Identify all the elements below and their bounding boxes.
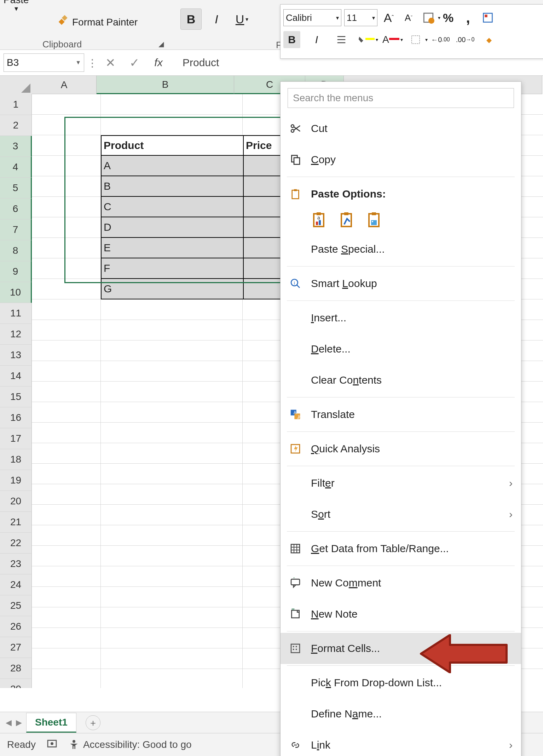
menu-item-paste-options[interactable]: Paste Options:	[281, 178, 521, 210]
cell[interactable]	[32, 402, 101, 423]
cell[interactable]	[101, 484, 243, 505]
menu-item-clear-contents[interactable]: Clear Contents	[281, 365, 521, 396]
bold-button[interactable]: B	[180, 8, 202, 30]
enter-formula-button[interactable]: ✓	[124, 56, 145, 70]
cell[interactable]: B	[101, 176, 244, 197]
cell[interactable]	[101, 464, 243, 484]
cell[interactable]	[32, 587, 101, 607]
menu-item-delete[interactable]: Delete...	[281, 333, 521, 365]
menu-item-smart-lookup[interactable]: iSmart Lookup	[281, 268, 521, 299]
menu-item-define-name[interactable]: Define Name...	[281, 698, 521, 729]
cell[interactable]: D	[101, 217, 244, 238]
cell[interactable]	[101, 382, 243, 402]
column-header[interactable]: A	[32, 76, 97, 94]
cell[interactable]	[101, 340, 243, 361]
decrease-decimal-button[interactable]: ←0.00	[432, 31, 449, 48]
row-header[interactable]: 26	[0, 616, 32, 637]
menu-item-link[interactable]: Link›	[281, 729, 521, 756]
cell[interactable]	[32, 361, 101, 382]
row-header[interactable]: 28	[0, 658, 32, 679]
cell[interactable]	[32, 443, 101, 464]
cell[interactable]	[32, 258, 101, 279]
menu-item-translate[interactable]: AあTranslate	[281, 399, 521, 430]
cell[interactable]	[32, 115, 101, 135]
menu-search-input[interactable]: Search the menus	[288, 88, 514, 108]
cell[interactable]	[32, 299, 101, 320]
row-header[interactable]: 21	[0, 512, 32, 533]
cell[interactable]	[32, 546, 101, 566]
cell[interactable]	[32, 484, 101, 505]
row-header[interactable]: 7	[0, 219, 32, 240]
mini-italic-button[interactable]: I	[308, 31, 325, 48]
row-header[interactable]: 17	[0, 428, 32, 449]
row-header[interactable]: 11	[0, 303, 32, 324]
cell[interactable]	[32, 423, 101, 443]
cell[interactable]	[101, 320, 243, 340]
insert-function-button[interactable]: fx	[148, 57, 169, 69]
cell[interactable]	[101, 525, 243, 546]
cell[interactable]	[101, 361, 243, 382]
cell[interactable]	[101, 94, 243, 115]
column-header[interactable]: B	[97, 76, 234, 94]
cell[interactable]	[32, 628, 101, 648]
cell[interactable]	[101, 115, 243, 135]
row-header[interactable]: 24	[0, 574, 32, 595]
menu-item-new-note[interactable]: +New Note	[281, 598, 521, 630]
row-header[interactable]: 20	[0, 491, 32, 512]
paste-button[interactable]: Paste ▾	[4, 0, 29, 13]
dialog-launcher-icon[interactable]: ◢	[158, 40, 164, 48]
font-name-select[interactable]: Calibri▾	[283, 9, 341, 26]
row-header[interactable]: 23	[0, 554, 32, 574]
mini-bold-button[interactable]: B	[283, 31, 300, 48]
cell[interactable]	[32, 156, 101, 176]
italic-button[interactable]: I	[206, 8, 227, 30]
cell[interactable]	[101, 299, 243, 320]
cell[interactable]	[101, 423, 243, 443]
menu-item-new-comment[interactable]: +New Comment	[281, 567, 521, 598]
row-header[interactable]: 18	[0, 449, 32, 470]
cell[interactable]: E	[101, 238, 244, 258]
cell[interactable]	[32, 607, 101, 628]
row-header[interactable]: 27	[0, 637, 32, 658]
increase-decimal-button[interactable]: .00→0	[457, 31, 474, 48]
cell[interactable]	[32, 566, 101, 587]
row-header[interactable]: 15	[0, 386, 32, 407]
row-header[interactable]: 14	[0, 366, 32, 386]
menu-item-insert[interactable]: Insert...	[281, 302, 521, 333]
row-header[interactable]: 12	[0, 324, 32, 345]
cell[interactable]	[101, 648, 243, 669]
cell[interactable]	[101, 566, 243, 587]
percent-format-button[interactable]: %	[440, 9, 457, 26]
cell[interactable]	[101, 402, 243, 423]
cell[interactable]: Product	[101, 135, 244, 156]
row-header[interactable]: 5	[0, 178, 32, 199]
comma-format-button[interactable]: ,	[460, 9, 476, 26]
decrease-font-button[interactable]: Aˇ	[400, 9, 417, 26]
row-header[interactable]: 9	[0, 261, 32, 282]
tab-prev-button[interactable]: ◀	[6, 718, 12, 727]
cell[interactable]	[32, 176, 101, 197]
name-box[interactable]: B3 ▼	[4, 53, 84, 72]
add-sheet-button[interactable]: ＋	[86, 715, 100, 730]
cell[interactable]	[32, 94, 101, 115]
tab-next-button[interactable]: ▶	[16, 718, 22, 727]
row-header[interactable]: 25	[0, 595, 32, 616]
conditional-format-button[interactable]	[479, 9, 496, 26]
font-color-button[interactable]: A▾	[382, 31, 399, 48]
formula-bar-expand[interactable]: ⋮	[87, 57, 97, 69]
row-header[interactable]: 8	[0, 240, 32, 261]
cell[interactable]	[32, 197, 101, 217]
select-all-corner[interactable]	[0, 76, 32, 94]
accessibility-status[interactable]: Accessibility: Good to go	[68, 739, 192, 750]
increase-font-button[interactable]: Aˆ	[380, 9, 397, 26]
mini-align-button[interactable]	[333, 31, 350, 48]
underline-button[interactable]: U▾	[231, 8, 253, 30]
row-header[interactable]: 29	[0, 679, 32, 688]
cell[interactable]	[32, 382, 101, 402]
borders-button[interactable]: ▾	[407, 31, 424, 48]
cell[interactable]	[101, 546, 243, 566]
menu-item-quick-analysis[interactable]: Quick Analysis	[281, 433, 521, 464]
row-header[interactable]: 3	[0, 136, 32, 157]
cell[interactable]	[101, 443, 243, 464]
fill-color-button[interactable]: ▾	[358, 31, 375, 48]
